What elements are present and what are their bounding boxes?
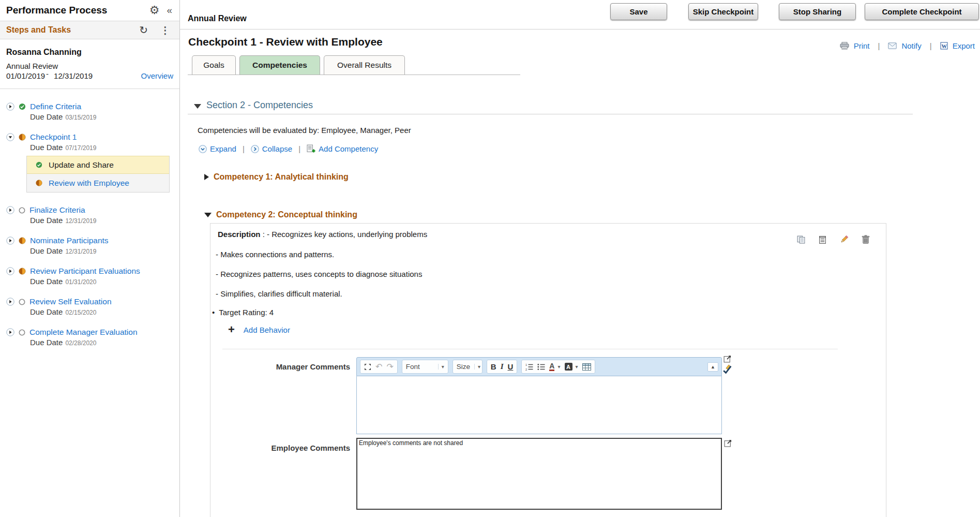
kebab-menu-icon[interactable]: ⋮ bbox=[160, 25, 170, 35]
employee-comments-textarea[interactable]: Employee's comments are not shared bbox=[356, 438, 722, 510]
edit-pencil-icon[interactable] bbox=[839, 235, 849, 244]
manager-comments-input[interactable] bbox=[356, 376, 722, 434]
numbered-list-icon[interactable]: 12 bbox=[525, 363, 533, 371]
collapse-toolbar-button[interactable]: ▲ bbox=[707, 362, 718, 372]
complete-checkpoint-button[interactable]: Complete Checkpoint bbox=[865, 3, 979, 20]
due-date-value: 03/15/2019 bbox=[65, 114, 96, 121]
notes-icon[interactable] bbox=[819, 235, 826, 244]
competency-2-header[interactable]: Competency 2: Conceptual thinking bbox=[204, 210, 357, 219]
description-label: Description bbox=[218, 230, 261, 239]
export-word-doc-icon[interactable]: W bbox=[940, 42, 948, 50]
font-dropdown-label: Font bbox=[406, 363, 420, 371]
printer-icon[interactable] bbox=[840, 42, 849, 50]
step-link[interactable]: Finalize Criteria bbox=[29, 205, 85, 215]
separator: | bbox=[930, 41, 932, 50]
expander-collapsed-icon[interactable] bbox=[6, 102, 14, 111]
performance-process-app: Performance Process ⚙ « Steps and Tasks … bbox=[0, 0, 980, 517]
delete-trash-icon[interactable] bbox=[862, 235, 870, 244]
tab-competencies[interactable]: Competencies bbox=[239, 55, 320, 75]
description-line-3: - Recognizes patterns, uses concepts to … bbox=[216, 270, 422, 278]
collapse-all-link[interactable]: Collapse bbox=[262, 144, 292, 153]
status-in-progress-icon bbox=[36, 180, 42, 186]
notify-envelope-icon[interactable] bbox=[888, 42, 897, 49]
notify-link[interactable]: Notify bbox=[901, 41, 921, 50]
expand-textarea-icon[interactable] bbox=[724, 439, 732, 447]
add-competency-link[interactable]: Add Competency bbox=[319, 144, 378, 153]
copy-icon[interactable] bbox=[797, 235, 806, 244]
svg-text:W: W bbox=[941, 43, 947, 49]
overview-link[interactable]: Overview bbox=[141, 71, 173, 80]
redo-icon[interactable]: ↷ bbox=[386, 363, 393, 371]
expand-all-icon[interactable] bbox=[199, 145, 207, 153]
manager-comments-editor: ↶ ↷ Font ▾ Size ▾ B I U 12 A▾ A▾ bbox=[356, 357, 722, 434]
due-row: Due Date12/31/2019 bbox=[30, 216, 179, 226]
export-link[interactable]: Export bbox=[953, 41, 975, 50]
expand-editor-icon[interactable] bbox=[723, 354, 732, 363]
bg-color-icon[interactable]: A▾ bbox=[565, 363, 578, 371]
italic-button[interactable]: I bbox=[501, 363, 504, 371]
step-link[interactable]: Define Criteria bbox=[30, 102, 81, 111]
step-complete-manager-evaluation: Complete Manager Evaluation Due Date02/2… bbox=[6, 327, 179, 348]
step-review-participant-evaluations: Review Participant Evaluations Due Date0… bbox=[6, 266, 179, 287]
expand-all-link[interactable]: Expand bbox=[210, 144, 236, 153]
add-behavior-link[interactable]: Add Behavior bbox=[244, 326, 290, 334]
due-date-value: 01/31/2020 bbox=[65, 278, 96, 286]
step-checkpoint-1: Checkpoint 1 Due Date07/17/2019 Update a… bbox=[6, 132, 179, 193]
chevron-down-icon bbox=[204, 213, 212, 217]
text-color-icon[interactable]: A▾ bbox=[549, 362, 560, 372]
expander-expanded-icon[interactable] bbox=[6, 133, 14, 141]
bullet-list-icon[interactable] bbox=[537, 363, 545, 371]
bold-button[interactable]: B bbox=[491, 363, 496, 371]
tab-bar: Goals Competencies Overall Results bbox=[192, 55, 405, 75]
status-complete-icon bbox=[19, 103, 26, 110]
skip-checkpoint-button[interactable]: Skip Checkpoint bbox=[688, 3, 758, 20]
underline-button[interactable]: U bbox=[508, 363, 514, 371]
rich-text-toolbar: ↶ ↷ Font ▾ Size ▾ B I U 12 A▾ A▾ bbox=[356, 357, 722, 376]
employee-summary: Rosanna Channing Annual Review 01/01/201… bbox=[0, 39, 179, 89]
stop-sharing-button[interactable]: Stop Sharing bbox=[779, 3, 856, 20]
period-start: 01/01/2019 bbox=[6, 71, 45, 80]
print-link[interactable]: Print bbox=[854, 41, 870, 50]
font-dropdown[interactable]: Font ▾ bbox=[402, 360, 448, 374]
size-dropdown[interactable]: Size ▾ bbox=[453, 360, 483, 374]
spellcheck-icon[interactable] bbox=[722, 364, 732, 374]
step-link[interactable]: Checkpoint 1 bbox=[30, 132, 77, 142]
gear-icon[interactable]: ⚙ bbox=[149, 5, 160, 16]
save-button[interactable]: Save bbox=[610, 3, 667, 20]
subtask-update-and-share[interactable]: Update and Share bbox=[27, 156, 169, 174]
due-row: Due Date03/15/2019 bbox=[30, 112, 179, 122]
expander-collapsed-icon[interactable] bbox=[6, 328, 14, 336]
refresh-icon[interactable]: ↻ bbox=[139, 25, 148, 35]
tab-overall-results[interactable]: Overall Results bbox=[324, 55, 405, 75]
maximize-icon[interactable] bbox=[364, 363, 371, 371]
expander-collapsed-icon[interactable] bbox=[6, 206, 14, 214]
toolbar-group-lists: 12 A▾ A▾ bbox=[521, 360, 595, 374]
bullet-dot: • bbox=[212, 308, 215, 317]
step-link[interactable]: Nominate Participants bbox=[30, 236, 109, 245]
expander-collapsed-icon[interactable] bbox=[6, 298, 14, 306]
due-date-value: 12/31/2019 bbox=[65, 248, 96, 255]
tab-goals[interactable]: Goals bbox=[192, 55, 236, 75]
toolbar-group-history: ↶ ↷ bbox=[360, 360, 398, 374]
add-behavior-row: + Add Behavior bbox=[228, 324, 290, 335]
due-row: Due Date12/31/2019 bbox=[30, 246, 179, 256]
expander-collapsed-icon[interactable] bbox=[6, 237, 14, 245]
subtask-review-with-employee[interactable]: Review with Employee bbox=[27, 174, 169, 192]
header-divider bbox=[180, 29, 980, 29]
collapse-all-icon[interactable] bbox=[251, 145, 259, 153]
collapse-panel-icon[interactable]: « bbox=[167, 5, 172, 16]
add-competency-icon[interactable] bbox=[307, 144, 315, 153]
section-title: Section 2 - Competencies bbox=[206, 100, 313, 111]
comments-divider bbox=[222, 349, 838, 349]
expander-collapsed-icon[interactable] bbox=[6, 267, 14, 275]
undo-icon[interactable]: ↶ bbox=[375, 363, 382, 371]
insert-table-icon[interactable] bbox=[582, 363, 591, 371]
step-link[interactable]: Complete Manager Evaluation bbox=[29, 328, 138, 337]
sidebar: Performance Process ⚙ « Steps and Tasks … bbox=[0, 0, 180, 517]
step-link[interactable]: Review Self Evaluation bbox=[29, 297, 112, 306]
section-collapse-caret-icon[interactable] bbox=[194, 104, 201, 109]
add-behavior-plus-icon[interactable]: + bbox=[228, 324, 235, 335]
competency-1-header[interactable]: Competency 1: Analytical thinking bbox=[204, 172, 349, 182]
step-nominate-participants: Nominate Participants Due Date12/31/2019 bbox=[6, 235, 179, 256]
step-link[interactable]: Review Participant Evaluations bbox=[30, 267, 140, 276]
